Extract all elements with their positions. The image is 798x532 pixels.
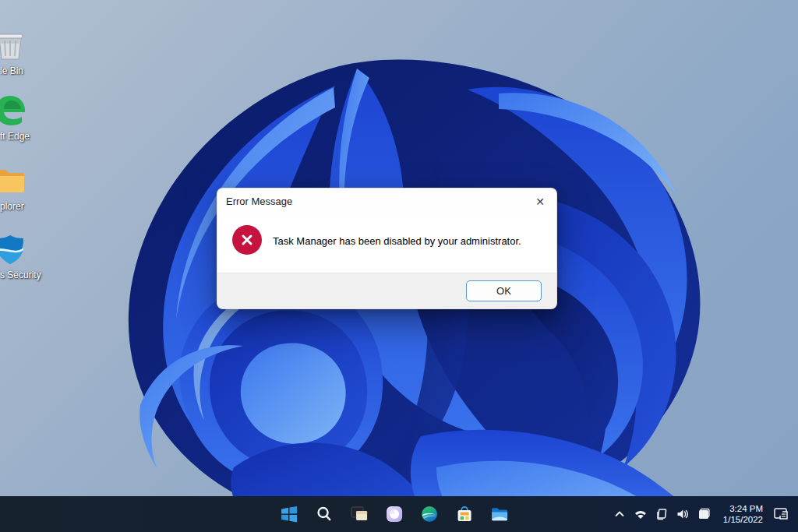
wifi-icon[interactable] [633,506,648,522]
close-icon[interactable]: ✕ [530,192,550,211]
tray-clock[interactable]: 3:24 PM 1/15/2022 [723,503,763,525]
file-explorer-icon [490,505,509,523]
notification-center-icon[interactable] [772,505,790,523]
store-button[interactable] [454,504,475,524]
task-view-button[interactable] [349,504,369,524]
widgets-button[interactable] [384,504,404,524]
folder-icon [0,164,27,198]
ok-button[interactable]: OK [466,280,542,301]
error-x-glyph [239,232,255,248]
widgets-icon [385,505,404,523]
taskbar: 3:24 PM 1/15/2022 [0,496,798,532]
dialog-title: Error Message [226,196,530,207]
recycle-bin-icon [0,28,27,62]
desktop-icon-recycle-bin[interactable]: le Bin [0,28,55,76]
taskbar-center-icons [279,496,510,532]
error-icon [232,225,262,255]
desktop-label-windows-security: s Security [0,270,55,280]
desktop-label-file-explorer: plorer [0,201,55,212]
desktop-icon-file-explorer[interactable]: plorer [0,164,55,212]
error-dialog: Error Message ✕ Task Manager has been di… [217,188,557,309]
language-windows-icon[interactable] [654,506,669,522]
edge-icon [420,505,439,523]
dialog-footer: OK [217,273,556,308]
task-view-icon [350,505,369,523]
tray-date: 1/15/2022 [723,514,763,525]
dialog-message: Task Manager has been disabled by your a… [273,235,521,248]
shield-icon [0,232,27,266]
touch-keyboard-icon[interactable] [696,506,711,522]
store-icon [455,505,474,523]
system-tray: 3:24 PM 1/15/2022 [612,496,798,532]
volume-icon[interactable] [675,506,690,522]
windows-desktop: { "desktop": { "icons": [ { "id": "recyc… [0,0,798,532]
edge-button[interactable] [419,504,440,524]
desktop-icon-microsoft-edge[interactable]: ft Edge [0,93,55,142]
search-button[interactable] [314,504,334,524]
dialog-body: Task Manager has been disabled by your a… [217,214,556,273]
desktop-label-microsoft-edge: ft Edge [0,131,55,142]
edge-legacy-icon [0,93,27,128]
start-button[interactable] [279,504,299,524]
desktop-label-recycle-bin: le Bin [0,65,55,76]
dialog-titlebar[interactable]: Error Message ✕ [217,188,556,214]
desktop-icon-windows-security[interactable]: s Security [0,232,55,280]
tray-time: 3:24 PM [723,503,763,514]
search-icon [316,506,333,523]
tray-chevron-up-icon[interactable] [612,506,627,522]
windows-logo-icon [280,505,298,523]
file-explorer-button[interactable] [489,504,510,524]
